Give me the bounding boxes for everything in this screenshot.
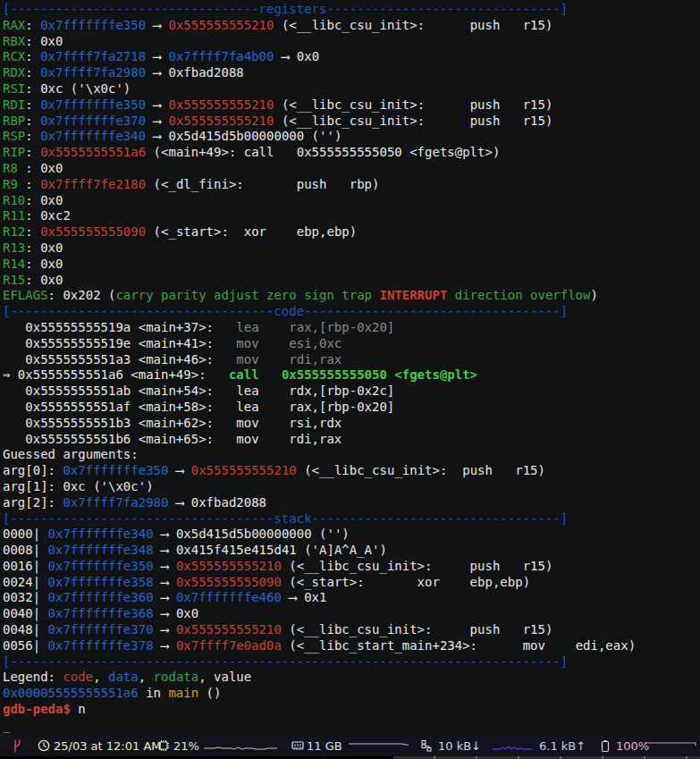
terminal-text-segment: 0x555555555210 (168, 97, 274, 112)
register-r14: R14: 0x0 (3, 257, 700, 273)
memory-graph (349, 735, 409, 756)
terminal-text-segment: RIP (3, 145, 25, 159)
register-r13: R13: 0x0 (3, 240, 700, 257)
terminal-text-segment: arg[2]: (3, 495, 63, 510)
keyboard-layout-icon[interactable] (13, 735, 22, 756)
terminal-text-segment: 0x7ffff7e0ad0a (176, 638, 282, 653)
cpu-icon[interactable] (157, 735, 170, 756)
terminal-text-segment: 0x555555555210 (176, 559, 282, 573)
terminal-text-segment: (<__libc_csu_init>: push r15) (282, 559, 552, 573)
terminal-text-segment: RBP (3, 114, 25, 128)
terminal-text-segment: : (25, 114, 40, 128)
terminal-text-segment: (<_start>: xor ebp,ebp) (282, 575, 530, 589)
separator-stack: [-----------------------------------stac… (3, 511, 700, 527)
terminal-text-segment: 0x5555555551b6 <main+65>: (3, 432, 236, 446)
memory-icon[interactable] (291, 735, 304, 756)
terminal-text-segment: 0016| (3, 559, 48, 573)
terminal-text-segment: : 0x0 (25, 257, 63, 271)
terminal-text-segment: 0x555555555210 (168, 18, 274, 32)
terminal-text-segment: 0x7fffffffe340 (40, 129, 146, 143)
terminal-text-segment: ⟶ 0x5d415d5b00000000 ('') (154, 527, 350, 541)
terminal-text-segment: RDX (3, 65, 25, 80)
terminal-text-segment: RCX (3, 49, 25, 63)
terminal-text-segment: ⟶ 0x0 (154, 606, 199, 620)
terminal-text-segment: : 0x0 (25, 161, 63, 175)
terminal-text-segment: R15 (3, 273, 25, 287)
terminal-text-segment: (<__libc_csu_init>: push r15) (274, 97, 552, 112)
terminal-text-segment: 0040| (3, 606, 48, 620)
terminal-window[interactable]: [---------------------------------regist… (0, 0, 700, 735)
network-icon[interactable] (420, 735, 433, 756)
register-r12: R12: 0x555555555090 (<_start>: xor ebp,e… (3, 224, 700, 240)
network-download[interactable]: 10 kB↓ (438, 735, 481, 756)
terminal-text-segment: : (25, 49, 40, 63)
battery-icon[interactable] (601, 735, 610, 756)
register-r9: R9 : 0x7ffff7fe2180 (<_dl_fini>: push rb… (3, 177, 700, 193)
terminal-text-segment: 0x7ffff7fa2980 (63, 495, 168, 510)
register-rsi: RSI: 0xc ('\x0c') (3, 81, 700, 97)
terminal-text-segment: 0x7fffffffe460 (176, 590, 282, 604)
status-datetime[interactable]: 25/03 at 12:01 AM (54, 735, 162, 756)
terminal-text-segment: ⟶ 0xfbad2088 (168, 495, 266, 510)
register-r11: R11: 0xc2 (3, 208, 700, 224)
terminal-text-segment: RDI (3, 97, 25, 112)
terminal-text-segment: 0056| (3, 638, 48, 653)
terminal-text-segment: R8 (3, 161, 25, 175)
terminal-text-segment: n (71, 702, 86, 716)
register-eflags: EFLAGS: 0x202 (carry parity adjust zero … (3, 288, 700, 304)
stack-0056: 0056| 0x7fffffffe378 ⟶ 0x7ffff7e0ad0a (<… (3, 638, 700, 654)
cpu-usage[interactable]: 21% (173, 735, 199, 756)
terminal-text-segment: : (25, 18, 40, 32)
code-line: 0x55555555519a <main+37>: lea rax,[rbp-0… (3, 320, 700, 336)
terminal-text-segment: : 0x0 (25, 273, 63, 287)
terminal-text-segment: EFLAGS (3, 288, 48, 302)
terminal-text-segment: : (25, 224, 40, 239)
stack-0032: 0032| 0x7fffffffe360 ⟶ 0x7fffffffe460 ⟶ … (3, 590, 700, 606)
code-line: 0x5555555551b6 <main+65>: mov rdi,rax (3, 432, 700, 448)
terminal-text-segment: 0048| (3, 622, 48, 637)
stack-0008: 0008| 0x7fffffffe348 ⟶ 0x415f415e415d41 … (3, 543, 700, 559)
terminal-text-segment: 0x7fffffffe350 (40, 18, 146, 32)
memory-usage[interactable]: 11 GB (307, 735, 342, 756)
terminal-text-segment: 0008| (3, 543, 48, 557)
separator-registers: [---------------------------------regist… (3, 2, 700, 18)
terminal-text-segment: direction overflow (447, 288, 590, 302)
terminal-text-segment: : 0x0 (25, 193, 63, 207)
terminal-text-segment: mov rdi,rax (236, 432, 342, 446)
terminal-text-segment: lea rdx,[rbp-0x2c] (236, 384, 394, 398)
clock-icon[interactable] (38, 735, 50, 756)
terminal-text-segment: : 0x202 ( (48, 288, 116, 302)
terminal-text-segment: (<__libc_csu_init>: push r15) (297, 463, 545, 477)
terminal-text-segment: , (93, 670, 108, 684)
terminal-text-segment: 0x7fffffffe350 (48, 559, 154, 573)
cursor-line: _ (3, 718, 700, 734)
stack-0024: 0024| 0x7fffffffe358 ⟶ 0x555555555090 (<… (3, 575, 700, 591)
stack-0016: 0016| 0x7fffffffe350 ⟶ 0x555555555210 (<… (3, 559, 700, 575)
terminal-text-segment: (<_start>: xor ebp,ebp) (146, 224, 357, 239)
terminal-text-segment: 0x7fffffffe368 (48, 606, 154, 620)
terminal-text-segment: 0x7fffffffe350 (40, 97, 146, 112)
terminal-text-segment: ⟶ 0x1 (282, 590, 327, 604)
terminal-text-segment: 0x7fffffffe358 (48, 575, 154, 589)
terminal-text-segment: RSP (3, 129, 25, 143)
terminal-text-segment: mov rdi,rax (236, 352, 342, 367)
terminal-text-segment: ⟶ 0x0 (274, 49, 319, 63)
terminal-text-segment: R10 (3, 193, 25, 207)
arg-0: arg[0]: 0x7fffffffe350 ⟶ 0x555555555210 … (3, 463, 700, 479)
terminal-text-segment: ⟶ (154, 622, 176, 637)
code-line-current: ⇒ 0x5555555551a6 <main+49>: call 0x55555… (3, 367, 700, 384)
terminal-text-segment: Guessed arguments: (3, 447, 139, 461)
terminal-text-segment: : 0xc2 (25, 208, 71, 223)
code-line: 0x5555555551a3 <main+46>: mov rdi,rax (3, 352, 700, 368)
terminal-text-segment: mov rsi,rdx (236, 416, 342, 430)
terminal-text-segment: : 0xc ('\x0c') (25, 81, 131, 96)
terminal-text-segment: 0x555555555210 (191, 463, 297, 477)
stack-0048: 0048| 0x7fffffffe370 ⟶ 0x555555555210 (<… (3, 622, 700, 638)
code-line: 0x5555555551af <main+58>: lea rax,[rbp-0… (3, 400, 700, 416)
terminal-text-segment: : (25, 65, 40, 80)
guessed-arguments-header: Guessed arguments: (3, 447, 700, 463)
network-upload[interactable]: 6.1 kB↑ (539, 735, 586, 756)
terminal-text-segment: lea rax,[rbp-0x20] (236, 320, 394, 334)
terminal-text-segment: ⟶ (154, 638, 176, 653)
terminal-text-segment: : (25, 177, 40, 191)
